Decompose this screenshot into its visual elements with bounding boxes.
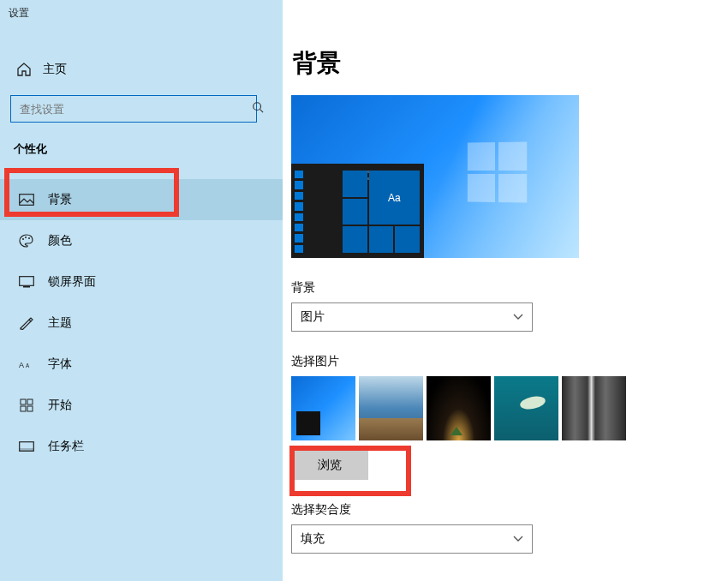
svg-rect-7 <box>23 286 30 288</box>
sidebar-item-fonts[interactable]: AA 字体 <box>0 344 283 385</box>
svg-rect-12 <box>21 406 26 411</box>
svg-rect-10 <box>21 399 26 404</box>
sidebar-item-label: 主题 <box>48 315 72 331</box>
svg-point-4 <box>25 237 27 238</box>
palette-icon <box>19 234 34 248</box>
home-label: 主页 <box>43 62 67 77</box>
desktop-preview: Aa <box>291 95 579 258</box>
select-value: 填充 <box>301 531 325 547</box>
window-title: 设置 <box>0 0 283 27</box>
picture-thumbnails <box>291 376 728 440</box>
sidebar-item-label: 字体 <box>48 356 72 372</box>
select-value: 图片 <box>301 309 325 325</box>
main-panel: 背景 Aa 背景 图片 选择图片 <box>283 0 728 581</box>
search-container <box>10 95 272 123</box>
lockscreen-icon <box>19 276 34 288</box>
picture-thumb-3[interactable] <box>427 376 491 440</box>
sidebar-item-label: 背景 <box>48 192 72 207</box>
home-icon <box>17 63 31 76</box>
chevron-down-icon <box>513 314 523 320</box>
home-button[interactable]: 主页 <box>0 52 283 87</box>
sidebar-item-lockscreen[interactable]: 锁屏界面 <box>0 261 283 302</box>
sidebar-item-taskbar[interactable]: 任务栏 <box>0 426 283 467</box>
svg-rect-11 <box>27 399 33 404</box>
picture-icon <box>19 194 34 206</box>
search-icon <box>252 101 264 113</box>
sidebar-item-themes[interactable]: 主题 <box>0 302 283 344</box>
sidebar-item-start[interactable]: 开始 <box>0 385 283 426</box>
picture-thumb-4[interactable] <box>494 376 558 440</box>
fit-select[interactable]: 填充 <box>291 524 533 554</box>
picture-thumb-1[interactable] <box>291 376 355 440</box>
sidebar-item-label: 任务栏 <box>48 439 84 454</box>
start-icon <box>19 398 34 412</box>
svg-text:A: A <box>26 363 30 369</box>
page-title: 背景 <box>291 0 728 95</box>
section-header-personalization: 个性化 <box>0 123 283 165</box>
svg-rect-15 <box>20 448 34 451</box>
svg-rect-13 <box>27 406 33 411</box>
sidebar-item-label: 颜色 <box>48 233 72 249</box>
picture-thumb-5[interactable] <box>562 376 626 440</box>
background-type-select[interactable]: 图片 <box>291 302 533 332</box>
choose-picture-label: 选择图片 <box>291 354 728 369</box>
settings-app: 设置 主页 个性化 背景 <box>0 0 728 581</box>
svg-rect-2 <box>20 195 34 206</box>
svg-point-5 <box>28 237 30 239</box>
svg-point-0 <box>254 103 261 111</box>
chevron-down-icon <box>513 536 523 542</box>
svg-text:A: A <box>19 362 24 370</box>
preview-tile-aa: Aa <box>369 171 420 225</box>
settings-sidebar: 设置 主页 个性化 背景 <box>0 0 283 581</box>
sidebar-item-label: 开始 <box>48 398 72 413</box>
svg-line-1 <box>260 110 264 113</box>
browse-container: 浏览 <box>291 446 411 480</box>
taskbar-icon <box>19 441 34 452</box>
sidebar-item-label: 锁屏界面 <box>48 274 96 290</box>
svg-rect-6 <box>20 277 34 286</box>
browse-button[interactable]: 浏览 <box>291 451 368 480</box>
search-input[interactable] <box>10 95 257 123</box>
personalization-nav: 背景 颜色 锁屏界面 主题 <box>0 179 283 467</box>
svg-point-3 <box>22 238 24 240</box>
sidebar-item-background[interactable]: 背景 <box>0 179 283 220</box>
sidebar-item-colors[interactable]: 颜色 <box>0 220 283 261</box>
picture-thumb-2[interactable] <box>359 376 423 440</box>
fit-label: 选择契合度 <box>291 502 728 518</box>
fonts-icon: AA <box>19 358 34 370</box>
windows-logo-icon <box>468 141 527 202</box>
start-menu-mock: Aa <box>291 164 424 258</box>
background-label: 背景 <box>291 280 728 296</box>
themes-icon <box>19 316 34 330</box>
